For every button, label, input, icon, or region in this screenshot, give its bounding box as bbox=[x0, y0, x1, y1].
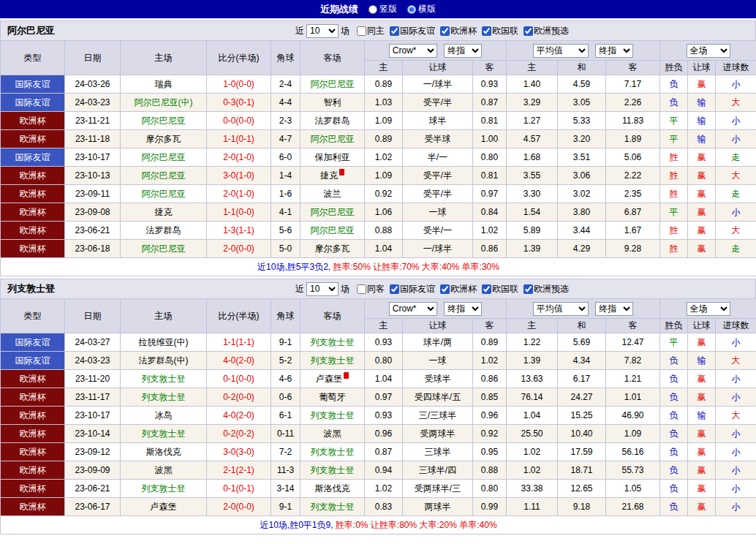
ah-home-odds-cell: 0.83 bbox=[365, 498, 403, 516]
goals-result-cell: 小 bbox=[716, 388, 756, 407]
filter-option-欧洲杯[interactable]: 欧洲杯 bbox=[440, 25, 477, 37]
subcol-handicap-result: 让球 bbox=[688, 319, 716, 333]
corner-cell: 1-4 bbox=[271, 167, 300, 185]
away-team-name: 斯洛伐克 bbox=[315, 483, 350, 494]
handicap-result-cell: 赢 bbox=[688, 148, 716, 167]
match-type-cell: 国际友谊 bbox=[1, 352, 65, 370]
match-row: 欧洲杯23-09-09波黑2-1(2-1)11-3列支敦士登0.94三球半/四0… bbox=[1, 461, 756, 480]
handicap-cell: 受平/半 bbox=[403, 94, 473, 112]
filter-option-欧国联[interactable]: 欧国联 bbox=[482, 25, 518, 37]
layout-option-horizontal[interactable]: 横版 bbox=[407, 3, 436, 15]
ah-home-odds-cell: 0.93 bbox=[365, 407, 403, 425]
asia-source-select[interactable]: Crow* bbox=[389, 44, 437, 58]
away-team-name: 列支敦士登 bbox=[311, 410, 355, 420]
filter-checkbox[interactable] bbox=[482, 26, 491, 36]
ah-home-odds-cell: 1.02 bbox=[365, 148, 403, 167]
euro-source-select[interactable]: 平均值 bbox=[533, 302, 589, 316]
handicap-cell: 半/一 bbox=[403, 148, 473, 167]
corner-cell: 6-0 bbox=[271, 148, 300, 167]
match-result-cell: 胜 bbox=[660, 148, 688, 167]
handicap-cell: 两球半 bbox=[403, 498, 473, 516]
team-section: 列支敦士登 近 10 场 同客国际友谊欧洲杯欧国联欧洲预选 类型 日期 主场 比… bbox=[0, 279, 756, 534]
filter-checkbox[interactable] bbox=[440, 26, 450, 36]
away-team-name: 波兰 bbox=[324, 189, 341, 199]
score-cell: 0-2(0-0) bbox=[207, 388, 271, 407]
eu-draw-odds-cell: 15.25 bbox=[558, 407, 606, 425]
match-date-cell: 23-09-12 bbox=[65, 443, 121, 461]
recent-suffix-label: 场 bbox=[341, 283, 349, 295]
match-result-cell: 平 bbox=[660, 333, 688, 352]
filter-checkbox[interactable] bbox=[482, 284, 491, 294]
match-date-cell: 23-10-17 bbox=[65, 148, 121, 167]
layout-option-vertical[interactable]: 竖版 bbox=[368, 3, 397, 15]
filter-option-欧洲预选[interactable]: 欧洲预选 bbox=[523, 25, 569, 37]
asia-final-select[interactable]: 终指 bbox=[444, 44, 482, 58]
euro-final-select[interactable]: 终指 bbox=[595, 302, 633, 316]
scope-select[interactable]: 全场 bbox=[687, 302, 730, 316]
layout-radio-input-1[interactable] bbox=[407, 5, 416, 14]
recent-count-select[interactable]: 10 bbox=[306, 24, 339, 38]
match-date-cell: 23-11-17 bbox=[65, 388, 121, 407]
filter-option-欧洲预选[interactable]: 欧洲预选 bbox=[523, 283, 569, 295]
handicap-result-cell: 赢 bbox=[688, 167, 716, 185]
euro-final-select[interactable]: 终指 bbox=[595, 44, 633, 58]
handicap-cell: 受平/半 bbox=[403, 167, 473, 185]
match-date-cell: 24-03-26 bbox=[65, 75, 121, 94]
filter-option-同主[interactable]: 同主 bbox=[357, 25, 385, 37]
score-cell: 1-1(0-1) bbox=[207, 130, 271, 148]
asia-final-select[interactable]: 终指 bbox=[444, 302, 482, 316]
match-row: 国际友谊24-03-23法罗群岛(中)4-0(2-0)5-2列支敦士登0.80一… bbox=[1, 352, 756, 370]
asia-source-select[interactable]: Crow* bbox=[389, 302, 437, 316]
eu-away-odds-cell: 1.89 bbox=[606, 130, 660, 148]
match-row: 国际友谊24-03-23阿尔巴尼亚(中)0-3(0-1)4-4智利1.03受平/… bbox=[1, 94, 756, 112]
layout-radio-input-0[interactable] bbox=[368, 5, 377, 14]
handicap-cell: 受四球半/五 bbox=[403, 388, 473, 407]
home-team-cell: 摩尔多瓦 bbox=[121, 130, 207, 148]
match-result-cell: 负 bbox=[660, 352, 688, 370]
eu-home-odds-cell: 1.02 bbox=[507, 461, 558, 480]
filter-checkbox[interactable] bbox=[523, 26, 533, 36]
filter-option-国际友谊[interactable]: 国际友谊 bbox=[390, 25, 435, 37]
subcol-eu-home-odds: 主 bbox=[507, 319, 558, 333]
eu-home-odds-cell: 1.39 bbox=[507, 240, 558, 258]
score-cell: 1-3(1-1) bbox=[207, 222, 271, 240]
recent-count-select[interactable]: 10 bbox=[306, 282, 339, 296]
ah-away-odds-cell: 0.86 bbox=[473, 240, 507, 258]
match-date-cell: 24-03-23 bbox=[65, 94, 121, 112]
filter-option-label: 欧洲杯 bbox=[450, 25, 477, 37]
home-team-name: 捷克 bbox=[155, 207, 173, 217]
corner-cell: 4-4 bbox=[271, 94, 300, 112]
filter-option-国际友谊[interactable]: 国际友谊 bbox=[390, 283, 435, 295]
filter-checkbox[interactable] bbox=[390, 284, 399, 294]
filter-option-欧洲杯[interactable]: 欧洲杯 bbox=[440, 283, 477, 295]
filter-option-欧国联[interactable]: 欧国联 bbox=[482, 283, 518, 295]
euro-source-select[interactable]: 平均值 bbox=[533, 44, 589, 58]
scope-select[interactable]: 全场 bbox=[687, 44, 730, 58]
red-badge-icon bbox=[344, 372, 349, 379]
handicap-result-cell: 输 bbox=[688, 407, 716, 425]
filter-checkbox[interactable] bbox=[390, 26, 399, 36]
handicap-cell: 一球 bbox=[403, 203, 473, 222]
home-team-cell: 波黑 bbox=[121, 461, 207, 480]
goals-result-cell: 小 bbox=[716, 130, 756, 148]
ah-home-odds-cell: 1.09 bbox=[365, 112, 403, 130]
match-row: 欧洲杯23-10-13阿尔巴尼亚3-0(1-0)1-4捷克1.09受平/半0.8… bbox=[1, 167, 756, 185]
match-date-cell: 23-10-14 bbox=[65, 425, 121, 443]
subcol-handicap: 让球 bbox=[403, 319, 473, 333]
filter-checkbox[interactable] bbox=[357, 26, 366, 36]
corner-cell: 11-3 bbox=[271, 461, 300, 480]
ah-home-odds-cell: 1.04 bbox=[365, 370, 403, 388]
goals-result-cell: 大 bbox=[716, 222, 756, 240]
filter-option-同客[interactable]: 同客 bbox=[357, 283, 385, 295]
handicap-result-cell: 赢 bbox=[688, 185, 716, 203]
filter-checkbox[interactable] bbox=[357, 284, 366, 294]
goals-result-cell: 小 bbox=[716, 480, 756, 498]
ah-away-odds-cell: 0.95 bbox=[473, 443, 507, 461]
away-team-name: 波黑 bbox=[324, 428, 341, 439]
filter-checkbox[interactable] bbox=[440, 284, 450, 294]
col-header-score: 比分(半场) bbox=[207, 299, 271, 333]
filter-checkbox[interactable] bbox=[523, 284, 533, 294]
handicap-result-cell: 输 bbox=[688, 112, 716, 130]
col-header-corner: 角球 bbox=[271, 299, 300, 333]
col-header-away: 客场 bbox=[300, 41, 365, 75]
